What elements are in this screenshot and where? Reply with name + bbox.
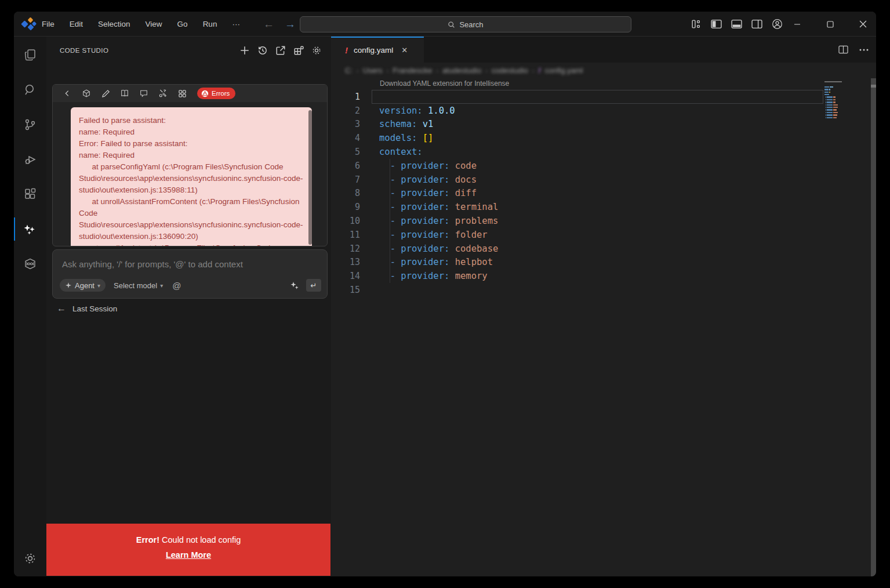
code-line[interactable]: 7 - provider: docs bbox=[331, 173, 841, 187]
errors-badge[interactable]: Errors bbox=[197, 88, 235, 99]
window-maximize-button[interactable] bbox=[817, 12, 844, 37]
code-line[interactable]: 9 - provider: terminal bbox=[331, 200, 841, 214]
sidebar-title: CODE STUDIO bbox=[60, 47, 108, 54]
tab-bar: ! config.yaml ✕ bbox=[331, 37, 876, 63]
layout-customize-icon[interactable] bbox=[689, 18, 702, 31]
code-text: - provider: folder bbox=[379, 230, 488, 240]
activity-bar bbox=[14, 37, 46, 576]
chat-input-box[interactable]: Ask anything, '/' for prompts, '@' to ad… bbox=[52, 249, 328, 299]
extensions-icon[interactable] bbox=[23, 187, 37, 201]
sparkle-icon bbox=[65, 282, 72, 289]
app-window: FileEditSelectionViewGoRun··· ← → Search bbox=[14, 12, 876, 576]
breadcrumb-item-file[interactable]: config.yaml bbox=[545, 66, 583, 75]
nav-back-icon[interactable]: ← bbox=[263, 18, 274, 31]
split-editor-icon[interactable] bbox=[837, 43, 849, 56]
book-icon[interactable] bbox=[118, 87, 131, 100]
menu-item-file[interactable]: File bbox=[42, 20, 55, 28]
breadcrumb[interactable]: C:›Users›Frandescke›atudestudio›codestud… bbox=[345, 63, 841, 78]
more-actions-icon[interactable] bbox=[858, 43, 870, 56]
infinity-cube-icon[interactable] bbox=[23, 257, 37, 271]
history-icon[interactable] bbox=[256, 44, 269, 57]
gear-icon[interactable] bbox=[310, 44, 323, 57]
window-minimize-button[interactable] bbox=[784, 12, 811, 37]
error-log-line: name: Required bbox=[79, 150, 304, 161]
breadcrumb-item-redacted[interactable]: C: bbox=[345, 66, 353, 75]
learn-more-link[interactable]: Learn More bbox=[166, 550, 211, 560]
code-line[interactable]: 11 - provider: folder bbox=[331, 228, 841, 242]
code-line[interactable]: 14 - provider: memory bbox=[331, 269, 841, 283]
package-icon[interactable] bbox=[80, 87, 93, 100]
code-line[interactable]: 10 - provider: problems bbox=[331, 214, 841, 228]
sidebar-code-studio: CODE STUDIO Errors bbox=[46, 37, 331, 576]
run-debug-icon[interactable] bbox=[23, 153, 37, 166]
agent-mode-selector[interactable]: Agent ▾ bbox=[60, 279, 106, 292]
code-area[interactable]: 12version: 1.0.03schema: v14models: []5c… bbox=[331, 90, 841, 297]
tab-config-yaml[interactable]: ! config.yaml ✕ bbox=[331, 37, 424, 63]
breadcrumb-item-redacted[interactable]: Frandescke bbox=[393, 66, 432, 75]
toggle-primary-sidebar-icon[interactable] bbox=[710, 18, 722, 31]
code-text: schema: v1 bbox=[379, 119, 433, 129]
code-text: - provider: code bbox=[379, 161, 477, 171]
search-sidebar-icon[interactable] bbox=[23, 83, 37, 97]
layout-grid-icon[interactable] bbox=[292, 44, 305, 57]
code-line[interactable]: 6 - provider: code bbox=[331, 159, 841, 173]
code-line[interactable]: 15 bbox=[331, 283, 841, 297]
code-text: - provider: codebase bbox=[379, 244, 498, 254]
apps-grid-icon[interactable] bbox=[176, 87, 188, 100]
chevron-down-icon: ▾ bbox=[160, 282, 163, 289]
open-in-editor-icon[interactable] bbox=[274, 44, 287, 57]
explorer-icon[interactable] bbox=[23, 48, 37, 62]
tab-close-icon[interactable]: ✕ bbox=[401, 46, 408, 55]
line-number: 5 bbox=[331, 147, 360, 157]
breadcrumb-item-redacted[interactable]: codestudio bbox=[492, 66, 528, 75]
comment-icon[interactable] bbox=[137, 87, 150, 100]
new-chat-icon[interactable] bbox=[238, 44, 251, 57]
menu-item-run[interactable]: Run bbox=[203, 20, 217, 28]
code-line[interactable]: 12 - provider: codebase bbox=[331, 242, 841, 256]
menu-item-[interactable]: ··· bbox=[232, 20, 240, 28]
window-close-button[interactable] bbox=[849, 12, 876, 37]
back-icon[interactable] bbox=[61, 87, 74, 100]
code-line[interactable]: 4models: [] bbox=[331, 131, 841, 145]
errors-badge-label: Errors bbox=[212, 90, 230, 97]
code-line[interactable]: 13 - provider: helpbot bbox=[331, 256, 841, 270]
nav-forward-icon[interactable]: → bbox=[285, 18, 296, 31]
sparkles-icon[interactable] bbox=[290, 281, 299, 290]
last-session-row[interactable]: ← Last Session bbox=[57, 303, 117, 314]
editor-scrollbar[interactable] bbox=[871, 78, 876, 576]
send-button[interactable]: ↵ bbox=[306, 279, 321, 292]
code-text: - provider: helpbot bbox=[379, 257, 493, 267]
model-selector[interactable]: Select model ▾ bbox=[114, 281, 163, 290]
menu-item-selection[interactable]: Selection bbox=[98, 20, 130, 28]
settings-gear-icon[interactable] bbox=[23, 551, 37, 565]
tab-label: config.yaml bbox=[354, 46, 393, 55]
add-context-button[interactable]: @ bbox=[172, 281, 181, 291]
yaml-error-file-icon: ! bbox=[345, 45, 348, 55]
edit-pencil-icon[interactable] bbox=[99, 87, 112, 100]
menu-item-go[interactable]: Go bbox=[177, 20, 188, 28]
code-text: - provider: diff bbox=[379, 188, 477, 198]
code-line[interactable]: 5context: bbox=[331, 145, 841, 159]
menu-item-edit[interactable]: Edit bbox=[70, 20, 83, 28]
command-center-search[interactable]: Search bbox=[300, 16, 631, 32]
breadcrumb-item-redacted[interactable]: Users bbox=[363, 66, 383, 75]
codelens-link[interactable]: Download YAML extension for Intellisense bbox=[380, 79, 509, 88]
code-line[interactable]: 3schema: v1 bbox=[331, 118, 841, 132]
menu-item-view[interactable]: View bbox=[146, 20, 162, 28]
chat-scrollbar[interactable] bbox=[308, 110, 312, 245]
account-icon[interactable] bbox=[771, 18, 783, 31]
code-studio-icon[interactable] bbox=[23, 222, 37, 236]
error-log-line: name: Required bbox=[79, 126, 304, 138]
toggle-panel-icon[interactable] bbox=[730, 18, 743, 31]
chat-session-card: Errors Failed to parse assistant:name: R… bbox=[52, 84, 328, 246]
code-line[interactable]: 8 - provider: diff bbox=[331, 187, 841, 201]
breadcrumb-item-redacted[interactable]: atudestudio bbox=[442, 66, 481, 75]
active-view-indicator bbox=[14, 217, 15, 241]
last-session-label: Last Session bbox=[72, 304, 117, 313]
source-control-icon[interactable] bbox=[23, 118, 37, 132]
code-line[interactable]: 2version: 1.0.0 bbox=[331, 104, 841, 118]
tools-icon[interactable] bbox=[157, 87, 169, 100]
code-line[interactable]: 1 bbox=[331, 90, 841, 104]
breadcrumb-file-icon: ! bbox=[538, 66, 540, 75]
toggle-secondary-sidebar-icon[interactable] bbox=[750, 18, 763, 31]
